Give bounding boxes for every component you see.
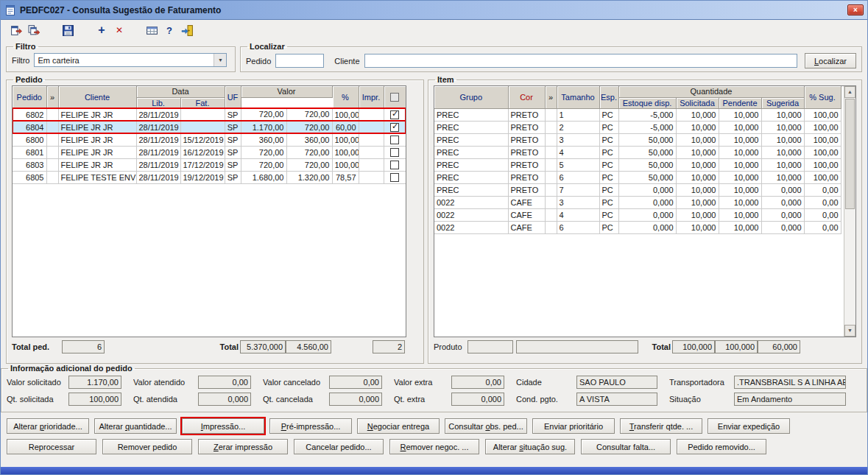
cell[interactable] xyxy=(359,171,384,183)
pre-impressao-button[interactable]: Pré-impressão... xyxy=(269,418,352,434)
cell[interactable]: 50,000 xyxy=(618,133,676,146)
cell[interactable]: 3 xyxy=(557,133,599,146)
cell[interactable]: 720,00 xyxy=(286,121,332,133)
cell[interactable]: 28/11/2019 xyxy=(136,146,180,158)
cell[interactable]: FELIPE JR JR xyxy=(58,158,136,171)
item-row[interactable]: 0022CAFE6PC0,00010,00010,0000,0000,00 xyxy=(434,221,841,233)
cell[interactable] xyxy=(46,146,58,158)
cell[interactable]: 6804 xyxy=(13,121,46,133)
cliente-search-input[interactable] xyxy=(364,54,797,68)
cell[interactable]: 100,00 xyxy=(804,158,841,171)
cell[interactable]: 100,00 xyxy=(804,171,841,183)
cell[interactable]: 10,000 xyxy=(676,208,719,221)
cell[interactable]: 100,00 xyxy=(332,108,359,121)
cell[interactable]: 0,00 xyxy=(804,221,841,233)
pedido-row[interactable]: 6802FELIPE JR JR28/11/2019SP720,00720,00… xyxy=(13,108,406,121)
cell[interactable]: CAFE xyxy=(508,208,545,221)
cell[interactable]: 7 xyxy=(557,183,599,196)
cell[interactable]: PC xyxy=(599,183,618,196)
cell[interactable]: FELIPE JR JR xyxy=(58,108,136,121)
cell[interactable]: 50,000 xyxy=(618,171,676,183)
cell[interactable]: 6801 xyxy=(13,146,46,158)
cell[interactable]: 0,000 xyxy=(761,196,804,208)
cell[interactable]: 720,00 xyxy=(241,108,286,121)
item-row[interactable]: PRECPRETO6PC50,00010,00010,00010,000100,… xyxy=(434,171,841,183)
cell[interactable]: 0,000 xyxy=(618,208,676,221)
item-row[interactable]: 0022CAFE3PC0,00010,00010,0000,0000,00 xyxy=(434,196,841,208)
cell[interactable]: 10,000 xyxy=(719,208,761,221)
cell[interactable]: 6803 xyxy=(13,158,46,171)
col-header-percent[interactable]: % xyxy=(332,86,359,108)
pedido-row[interactable]: 6801FELIPE JR JR28/11/201916/12/2019SP72… xyxy=(13,146,406,158)
cell[interactable] xyxy=(545,208,557,221)
cell[interactable]: 10,000 xyxy=(676,133,719,146)
cell[interactable]: 10,000 xyxy=(676,108,719,121)
cell[interactable]: PRETO xyxy=(508,121,545,133)
transferir-qtde-button[interactable]: Transferir qtde. ... xyxy=(620,418,702,434)
cell[interactable]: PC xyxy=(599,146,618,158)
cell[interactable]: 720,00 xyxy=(286,158,332,171)
item-row[interactable]: PRECPRETO2PC-5,00010,00010,00010,000100,… xyxy=(434,121,841,133)
cell[interactable]: 10,000 xyxy=(676,158,719,171)
col-header-solicitada[interactable]: Solicitada xyxy=(676,97,719,108)
cell[interactable]: 100,00 xyxy=(804,108,841,121)
negociar-entrega-button[interactable]: Negociar entrega xyxy=(357,418,440,434)
cell[interactable]: 10,000 xyxy=(761,133,804,146)
cell[interactable]: PRETO xyxy=(508,146,545,158)
item-row[interactable]: PRECPRETO1PC-5,00010,00010,00010,000100,… xyxy=(434,108,841,121)
cell[interactable]: 10,000 xyxy=(719,146,761,158)
localizar-button[interactable]: Localizar xyxy=(805,53,856,68)
cell[interactable]: 2 xyxy=(557,121,599,133)
cell[interactable]: PC xyxy=(599,221,618,233)
cell[interactable]: 3 xyxy=(557,196,599,208)
cell[interactable] xyxy=(545,171,557,183)
cell[interactable]: PC xyxy=(599,108,618,121)
cell[interactable]: 100,00 xyxy=(804,121,841,133)
cell[interactable]: 10,000 xyxy=(719,121,761,133)
cell[interactable]: 10,000 xyxy=(761,171,804,183)
export-icon[interactable] xyxy=(8,22,24,38)
cell[interactable]: 0,000 xyxy=(761,208,804,221)
cell[interactable]: 15/12/2019 xyxy=(180,133,225,146)
impr-checkbox[interactable] xyxy=(390,136,399,144)
cell-impr-check[interactable] xyxy=(384,171,406,183)
impressao-button[interactable]: Impressão... xyxy=(182,418,264,434)
cell[interactable]: 10,000 xyxy=(719,196,761,208)
col-header-percent-sug[interactable]: % Sug. xyxy=(804,86,841,108)
cell[interactable] xyxy=(180,108,225,121)
cell-impr-check[interactable] xyxy=(384,121,406,133)
save-icon[interactable] xyxy=(60,22,76,38)
remover-pedido-button[interactable]: Remover pedido xyxy=(102,439,192,454)
cell-impr-check[interactable] xyxy=(384,146,406,158)
cell[interactable] xyxy=(359,158,384,171)
select-all-checkbox[interactable] xyxy=(390,93,399,102)
cell[interactable] xyxy=(46,158,58,171)
col-header-impr[interactable]: Impr. xyxy=(359,86,384,108)
cell[interactable]: 6 xyxy=(557,171,599,183)
cell[interactable] xyxy=(545,121,557,133)
cell[interactable]: SP xyxy=(225,108,241,121)
cell[interactable]: SP xyxy=(225,121,241,133)
item-row[interactable]: PRECPRETO3PC50,00010,00010,00010,000100,… xyxy=(434,133,841,146)
cell[interactable]: SP xyxy=(225,158,241,171)
cell[interactable]: 6800 xyxy=(13,133,46,146)
cell[interactable]: 10,000 xyxy=(719,171,761,183)
item-scrollbar[interactable]: ▲ ▼ xyxy=(844,86,855,337)
cell[interactable]: 0,000 xyxy=(761,183,804,196)
col-header-grupo[interactable]: Grupo xyxy=(434,86,508,108)
cell[interactable] xyxy=(359,108,384,121)
cell[interactable]: 10,000 xyxy=(676,196,719,208)
cell[interactable]: 1.680,00 xyxy=(241,171,286,183)
cell[interactable]: 1 xyxy=(557,108,599,121)
alterar-situacao-sug-button[interactable]: Alterar situação sug. xyxy=(485,439,575,454)
cell[interactable]: PC xyxy=(599,171,618,183)
cell[interactable]: 17/12/2019 xyxy=(180,158,225,171)
cell-impr-check[interactable] xyxy=(384,108,406,121)
impr-checkbox[interactable] xyxy=(390,123,399,132)
cell[interactable]: 0,00 xyxy=(804,208,841,221)
col-header-uf[interactable]: UF xyxy=(225,86,241,108)
cell[interactable]: PRETO xyxy=(508,183,545,196)
cell[interactable]: 78,57 xyxy=(332,171,359,183)
col-header-pedido[interactable]: Pedido xyxy=(13,86,46,108)
cell[interactable]: 10,000 xyxy=(761,108,804,121)
